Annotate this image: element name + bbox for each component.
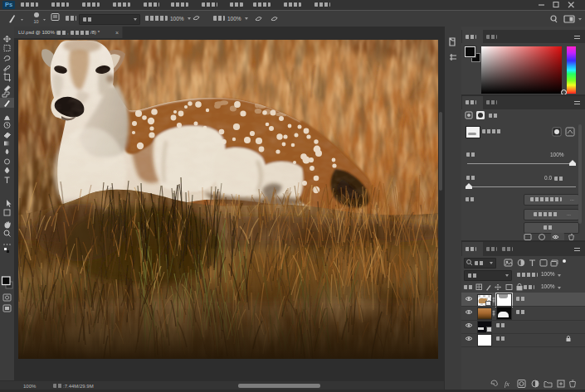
svg-text:fx: fx [505,380,509,388]
svg-text:10: 10 [34,19,39,24]
